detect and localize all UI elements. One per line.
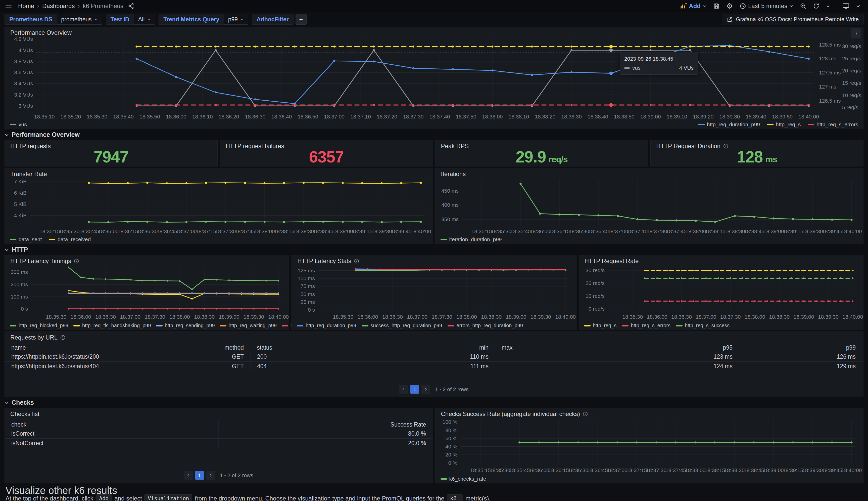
column-header[interactable]: method — [129, 343, 250, 352]
variables-bar: Prometheus DS prometheus Test ID All Tre… — [0, 12, 868, 26]
legend-item[interactable]: data_sent — [10, 236, 42, 243]
breadcrumb-home[interactable]: Home — [18, 2, 34, 10]
panel-title[interactable]: Requests by URL — [10, 334, 57, 341]
column-header[interactable]: check — [5, 420, 218, 429]
var-test-id-value[interactable]: All — [134, 14, 155, 25]
kiosk-mode-button[interactable] — [840, 0, 851, 12]
legend-item[interactable]: http_req_s_errors — [808, 121, 858, 128]
refresh-button[interactable] — [811, 1, 822, 11]
next-page-button[interactable] — [421, 385, 430, 394]
column-header[interactable]: status — [250, 343, 373, 352]
table-row: https://httpbin.test.k6.io/status/404GET… — [5, 361, 863, 371]
breadcrumb-current[interactable]: k6 Prometheus — [83, 2, 123, 10]
legend-item[interactable]: http_req_s — [584, 323, 617, 329]
column-header[interactable]: max — [495, 343, 617, 352]
legend-item[interactable]: vus — [10, 121, 27, 128]
legend-item[interactable]: iteration_duration_p99 — [441, 236, 502, 243]
legend-item[interactable]: data_received — [49, 236, 91, 243]
prev-page-button[interactable] — [184, 471, 193, 480]
svg-text:127.5 ms: 127.5 ms — [819, 70, 840, 75]
column-header[interactable]: Success Rate — [218, 420, 433, 429]
time-series-chart[interactable]: 18:35:3018:36:0018:36:3018:37:0018:37:30… — [293, 264, 574, 322]
svg-text:18:36:45: 18:36:45 — [588, 228, 609, 234]
save-dashboard-button[interactable] — [711, 1, 722, 11]
svg-text:20 %: 20 % — [445, 452, 457, 458]
zoom-out-button[interactable] — [798, 1, 809, 11]
var-prometheus-ds-value[interactable]: prometheus — [57, 14, 102, 25]
panel-title[interactable]: Performance Overview — [10, 29, 72, 36]
svg-text:18:37:30: 18:37:30 — [432, 314, 452, 320]
navbar-more-dropdown[interactable] — [854, 2, 862, 10]
legend-item[interactable]: http_req_tls_handshaking_p99 — [73, 323, 151, 329]
chevron-down-icon — [856, 4, 860, 8]
table-cell: https://httpbin.test.k6.io/status/404 — [5, 362, 129, 371]
svg-text:18:37:20: 18:37:20 — [377, 114, 397, 119]
var-prometheus-ds: Prometheus DS prometheus — [4, 14, 102, 25]
chevron-down-icon — [789, 4, 793, 8]
panel-title[interactable]: HTTP Latency Timings — [10, 257, 71, 265]
legend-item[interactable]: http_req_duration_p99 — [297, 323, 356, 329]
code-chip-k6-metric: k6_ — [447, 494, 463, 501]
svg-text:18:36:00: 18:36:00 — [647, 314, 667, 320]
section-checks[interactable]: Checks — [4, 399, 34, 406]
section-http[interactable]: HTTP — [4, 246, 28, 253]
column-header[interactable]: p99 — [739, 343, 862, 352]
column-header[interactable]: p95 — [617, 343, 739, 352]
panel-title[interactable]: Checks Success Rate (aggregate individua… — [441, 411, 580, 417]
docs-link[interactable]: Grafana k6 OSS Docs: Prometheus Remote W… — [722, 14, 864, 25]
svg-text:18:39:30: 18:39:30 — [719, 114, 740, 119]
time-series-chart[interactable]: 18:35:1518:35:3018:35:4518:36:0018:36:15… — [437, 417, 862, 475]
svg-text:18:39:45: 18:39:45 — [822, 228, 842, 234]
time-series-chart[interactable]: 18:35:1518:35:3018:35:4518:36:0018:36:15… — [6, 177, 431, 236]
breadcrumb-dashboards[interactable]: Dashboards — [42, 2, 75, 10]
svg-text:18:37:30: 18:37:30 — [646, 467, 667, 473]
svg-text:18:35:30: 18:35:30 — [491, 228, 512, 234]
page-number[interactable]: 1 — [195, 471, 204, 480]
section-performance-overview[interactable]: Performance Overview — [4, 131, 80, 138]
svg-text:0 s: 0 s — [308, 307, 315, 313]
chevron-down-icon — [94, 18, 98, 21]
time-series-chart[interactable]: 18:35:1018:35:2018:35:3018:35:4018:35:50… — [6, 36, 862, 121]
add-button[interactable]: Add — [678, 0, 709, 12]
svg-text:18:39:45: 18:39:45 — [822, 467, 842, 473]
svg-text:18:37:40: 18:37:40 — [429, 114, 450, 119]
svg-text:100 ms: 100 ms — [298, 275, 315, 281]
panel-title[interactable]: HTTP Latency Stats — [297, 257, 351, 265]
prev-page-button[interactable] — [399, 385, 408, 394]
var-trend-metrics-value[interactable]: p99 — [224, 14, 248, 25]
panel-title[interactable]: Checks list — [10, 411, 40, 417]
legend-item[interactable]: success_http_req_duration_p99 — [362, 323, 442, 329]
time-series-chart[interactable]: 18:35:3018:36:0018:36:3018:37:0018:37:30… — [6, 264, 287, 322]
column-header[interactable]: name — [5, 343, 129, 352]
legend-item[interactable]: http_req_s — [767, 121, 801, 128]
panel-title[interactable]: Transfer Rate — [10, 171, 47, 178]
legend-item[interactable]: http_req_s_success — [676, 323, 729, 329]
time-series-chart[interactable]: 18:35:1518:35:3018:35:4518:36:0018:36:15… — [437, 177, 862, 236]
table-row: https://httpbin.test.k6.io/status/200GET… — [5, 352, 863, 361]
legend-item[interactable]: http_req_sending_p99 — [156, 323, 215, 329]
time-range-picker[interactable]: Last 5 minutes — [738, 0, 795, 12]
svg-text:18:35:45: 18:35:45 — [509, 467, 530, 473]
legend-item[interactable]: http_req_duration_p99 — [698, 121, 760, 128]
svg-text:18:37:30: 18:37:30 — [403, 114, 424, 119]
stat-http-request-failures: HTTP request failures 6357 — [220, 140, 433, 167]
legend-item[interactable]: http_req_blocked_p99 — [10, 323, 68, 329]
adhoc-filter-add-button[interactable]: + — [296, 14, 307, 25]
table-body: https://httpbin.test.k6.io/status/200GET… — [5, 352, 863, 371]
share-icon[interactable] — [128, 3, 134, 9]
page-number[interactable]: 1 — [410, 385, 419, 394]
legend-item[interactable]: errors_http_req_duration_p99 — [448, 323, 523, 329]
legend-item[interactable]: http_req_waiting_p99 — [220, 323, 277, 329]
settings-button[interactable]: ⚙ — [724, 0, 735, 12]
legend-item[interactable]: k6_checks_rate — [441, 476, 486, 482]
svg-text:18:36:00: 18:36:00 — [166, 114, 186, 119]
refresh-interval-dropdown[interactable] — [824, 2, 832, 10]
panel-title[interactable]: Iterations — [441, 171, 466, 178]
panel-title[interactable]: HTTP Request Rate — [584, 257, 639, 265]
var-label: Test ID — [106, 14, 134, 25]
menu-icon[interactable] — [6, 4, 12, 8]
column-header[interactable]: min — [373, 343, 495, 352]
legend-item[interactable]: http_req_s_errors — [622, 323, 670, 329]
time-series-chart[interactable]: 18:35:3018:36:0018:36:3018:37:0018:37:30… — [581, 264, 862, 322]
next-page-button[interactable] — [206, 471, 215, 480]
